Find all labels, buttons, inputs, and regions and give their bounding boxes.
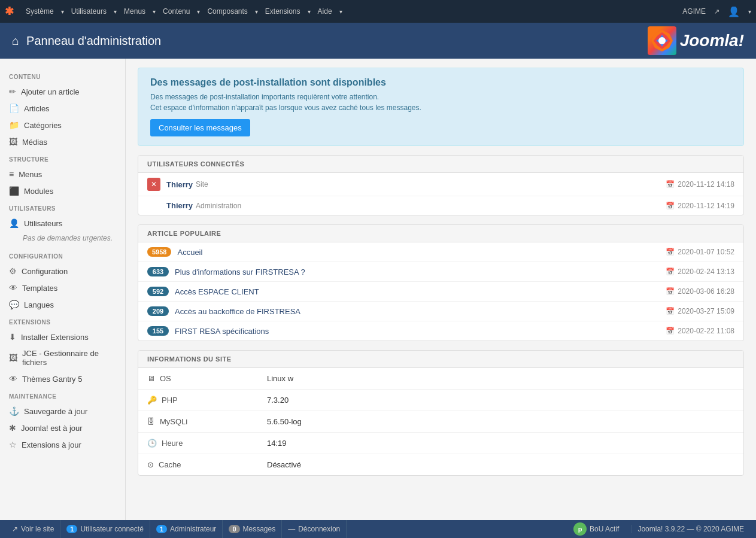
user-chevron-icon: ▾ xyxy=(748,8,751,15)
menus-chevron-icon: ▾ xyxy=(153,8,156,15)
calendar-article-icon-2: 📅 xyxy=(666,287,675,296)
article-row-2: 592 Accès ESPACE CLIENT 📅 2020-03-06 16:… xyxy=(138,282,743,302)
nav-menus[interactable]: Menus xyxy=(118,2,151,20)
connected-users-header: UTILISATEURS CONNECTÉS xyxy=(138,156,743,173)
sidebar-item-menus[interactable]: ≡ Menus xyxy=(0,166,125,183)
sidebar-label-utilisateurs: Utilisateurs xyxy=(24,219,62,228)
joomla-star-icon: ✱ xyxy=(5,5,14,18)
sidebar: CONTENU ✏ Ajouter un article 📄 Articles … xyxy=(0,59,126,520)
user-time-1: 📅 2020-11-12 14:19 xyxy=(666,202,734,210)
section-title-configuration: CONFIGURATION xyxy=(0,247,125,263)
sidebar-label-langues: Langues xyxy=(24,300,54,309)
section-title-structure: STRUCTURE xyxy=(0,150,125,166)
sidebar-label-extensions-update: Extensions à jour xyxy=(22,440,81,449)
article-count-1: 633 xyxy=(147,267,169,276)
article-title-0[interactable]: Accueil xyxy=(177,248,202,257)
banner-line1: Des messages de post-installation import… xyxy=(150,92,731,102)
user-date-1: 2020-11-12 14:19 xyxy=(678,202,734,210)
nav-aide[interactable]: Aide xyxy=(312,2,338,20)
article-row-4: 155 FIRST RESA spécifications 📅 2020-02-… xyxy=(138,321,743,341)
sidebar-item-modules[interactable]: ⬛ Modules xyxy=(0,183,125,199)
info-row-mysql: 🗄 MySQLi 5.6.50-log xyxy=(138,411,743,433)
sidebar-item-langues[interactable]: 💬 Langues xyxy=(0,296,125,313)
section-title-utilisateurs: UTILISATEURS xyxy=(0,199,125,215)
sidebar-item-gantry[interactable]: 👁 Thèmes Gantry 5 xyxy=(0,370,125,387)
pencil-icon: ✏ xyxy=(9,87,16,96)
article-title-2[interactable]: Accès ESPACE CLIENT xyxy=(175,287,259,296)
top-navigation: ✱ Système ▾ Utilisateurs ▾ Menus ▾ Conte… xyxy=(0,0,756,23)
calendar-article-icon-3: 📅 xyxy=(666,307,675,315)
extensions-update-icon: ☆ xyxy=(9,440,17,449)
user-name-0[interactable]: Thierry xyxy=(166,180,193,189)
main-content: Des messages de post-installation sont d… xyxy=(126,59,756,520)
svg-point-0 xyxy=(658,37,666,44)
nav-composants[interactable]: Composants xyxy=(201,2,253,20)
extensions-chevron-icon: ▾ xyxy=(308,8,311,15)
nav-contenu[interactable]: Contenu xyxy=(157,2,196,20)
contenu-chevron-icon: ▾ xyxy=(197,8,200,15)
article-count-4: 155 xyxy=(147,326,169,336)
sidebar-label-categories: Catégories xyxy=(24,121,62,130)
sidebar-item-categories[interactable]: 📁 Catégories xyxy=(0,117,125,133)
section-title-extensions: EXTENSIONS xyxy=(0,313,125,329)
article-date-1: 📅 2020-02-24 13:13 xyxy=(666,268,734,276)
home-icon: ⌂ xyxy=(12,34,19,48)
langues-icon: 💬 xyxy=(9,300,19,309)
banner-title: Des messages de post-installation sont d… xyxy=(150,77,731,88)
nav-extensions[interactable]: Extensions xyxy=(259,2,306,20)
article-row-3: 209 Accès au backoffice de FIRSTRESA 📅 2… xyxy=(138,302,743,321)
article-row-0: 5958 Accueil 📅 2020-01-07 10:52 xyxy=(138,242,743,262)
banner-line2: Cet espace d'information n'apparaît pas … xyxy=(150,102,731,113)
installer-icon: ⬇ xyxy=(9,332,16,342)
nav-utilisateurs[interactable]: Utilisateurs xyxy=(65,2,113,20)
user-role-0: Site xyxy=(196,180,208,189)
utilisateur-icon: 👤 xyxy=(9,218,19,228)
article-date-2: 📅 2020-03-06 16:28 xyxy=(666,287,734,296)
article-count-3: 209 xyxy=(147,306,169,316)
sidebar-item-jce[interactable]: 🖼 JCE - Gestionnaire de fichiers xyxy=(0,345,125,370)
article-title-4[interactable]: FIRST RESA spécifications xyxy=(175,327,269,336)
medias-icon: 🖼 xyxy=(9,137,17,147)
admin-header: ⌂ Panneau d'administration Joomla! xyxy=(0,23,756,59)
sidebar-label-ajouter-article: Ajouter un article xyxy=(21,87,80,96)
user-time-0: 📅 2020-11-12 14:18 xyxy=(666,180,734,189)
sidebar-item-ajouter-article[interactable]: ✏ Ajouter un article xyxy=(0,83,125,100)
user-name-1[interactable]: Thierry xyxy=(166,201,193,210)
cache-icon: ⊙ xyxy=(147,460,154,469)
sidebar-label-joomla-update: Joomla! est à jour xyxy=(21,424,83,433)
sidebar-item-utilisateurs[interactable]: 👤 Utilisateurs xyxy=(0,215,125,232)
sauvegarde-icon: ⚓ xyxy=(9,406,19,416)
php-value: 7.3.20 xyxy=(267,396,289,405)
user-icon[interactable]: 👤 xyxy=(722,1,746,22)
user-row-0: ✕ Thierry Site 📅 2020-11-12 14:18 xyxy=(138,173,743,196)
sidebar-item-sauvegarde[interactable]: ⚓ Sauvegarde à jour xyxy=(0,403,125,420)
consulter-messages-button[interactable]: Consulter les messages xyxy=(150,119,250,136)
popular-articles-header: ARTICLE POPULAIRE xyxy=(138,225,743,242)
os-label: 🖥 OS xyxy=(147,374,267,383)
site-info-panel: INFORMATIONS DU SITE 🖥 OS Linux w 🔑 PHP … xyxy=(138,350,744,476)
user-row-1: Thierry Administration 📅 2020-11-12 14:1… xyxy=(138,196,743,215)
sidebar-item-installer-extensions[interactable]: ⬇ Installer Extensions xyxy=(0,329,125,345)
sidebar-item-extensions-update[interactable]: ☆ Extensions à jour xyxy=(0,436,125,453)
php-label: 🔑 PHP xyxy=(147,396,267,405)
sidebar-item-medias[interactable]: 🖼 Médias xyxy=(0,133,125,150)
sidebar-item-templates[interactable]: 👁 Templates xyxy=(0,279,125,296)
calendar-icon-1: 📅 xyxy=(666,202,675,210)
sidebar-item-joomla-update[interactable]: ✱ Joomla! est à jour xyxy=(0,420,125,436)
user-badge-red: ✕ xyxy=(147,178,160,191)
sidebar-label-configuration: Configuration xyxy=(22,267,68,276)
joomla-brand: Joomla! xyxy=(648,26,744,55)
connected-users-panel: UTILISATEURS CONNECTÉS ✕ Thierry Site 📅 … xyxy=(138,155,744,215)
clock-icon: 🕒 xyxy=(147,439,157,448)
composants-chevron-icon: ▾ xyxy=(255,8,258,15)
sidebar-item-articles[interactable]: 📄 Articles xyxy=(0,100,125,117)
sidebar-label-sauvegarde: Sauvegarde à jour xyxy=(24,407,87,416)
agime-link[interactable]: AGIME xyxy=(676,2,712,20)
article-title-3[interactable]: Accès au backoffice de FIRSTRESA xyxy=(175,307,300,316)
config-gear-icon: ⚙ xyxy=(9,266,17,276)
article-title-1[interactable]: Plus d'informations sur FIRSTRESA ? xyxy=(175,268,305,276)
sidebar-item-configuration[interactable]: ⚙ Configuration xyxy=(0,263,125,279)
article-count-2: 592 xyxy=(147,287,169,296)
nav-systeme[interactable]: Système xyxy=(20,2,60,20)
section-title-contenu: CONTENU xyxy=(0,68,125,83)
